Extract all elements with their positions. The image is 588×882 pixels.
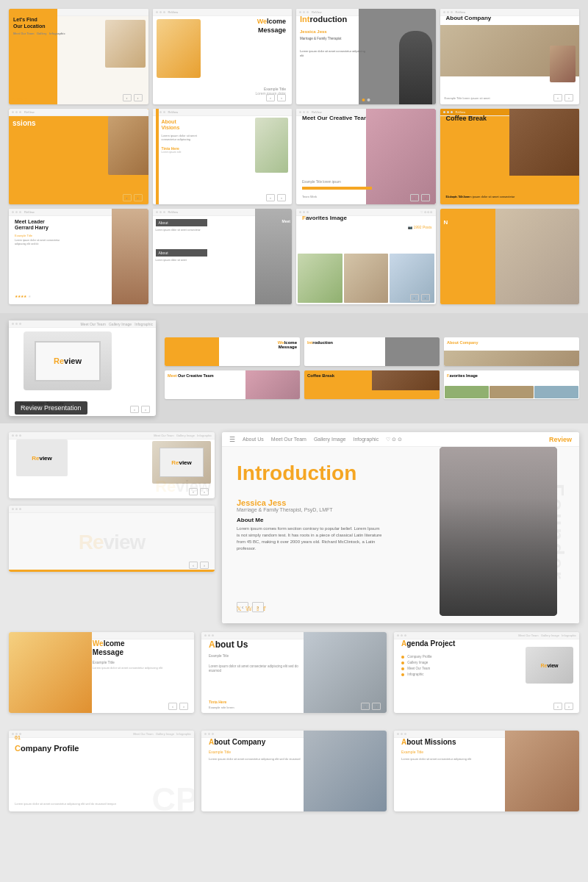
twitter-icon[interactable]: 𝕏 — [237, 606, 241, 612]
prev-arrow[interactable]: ‹ — [189, 488, 198, 495]
mini-slide-1[interactable]: WelcomeMessage — [165, 337, 300, 366]
nav-arrows[interactable]: ‹ › — [189, 562, 209, 569]
slide-intro-top[interactable]: ReView Introduction Jessica Jess Marriag… — [296, 9, 436, 104]
facebook-icon[interactable]: 𝕗 — [263, 606, 266, 612]
mini-slide-5[interactable]: Coffee Break — [304, 370, 440, 399]
slide-about-company-bottom[interactable]: Meet Our Team Gallery Image Infographic … — [201, 731, 387, 811]
nav-arrows[interactable]: ‹ › — [553, 94, 573, 101]
nav-arrows[interactable]: ‹ › — [410, 194, 430, 201]
nav-meet-team[interactable]: Meet Our Team — [271, 437, 306, 442]
small-review-slide-1[interactable]: Meet Our Team Gallery Image Infographic … — [9, 432, 215, 498]
meet-team-subtitle: Example Title lorem ipsum — [302, 180, 341, 184]
about-company-title: About Company — [446, 15, 492, 21]
prev-arrow[interactable]: ‹ — [123, 94, 132, 101]
next-arrow[interactable]: › — [564, 703, 573, 710]
slide-about-visions2[interactable]: ReView About Lorem ipsum dolor sit amet … — [153, 209, 293, 304]
next-arrow[interactable]: › — [200, 562, 209, 569]
slide-about-visions[interactable]: ReView AboutVisions Lorem ipsum dolor si… — [153, 109, 293, 204]
prev-arrow[interactable]: ‹ — [410, 294, 419, 301]
slide-topbar: Meet Our Team Gallery Image Infographic — [9, 731, 194, 738]
instagram-icon[interactable]: 𝕀 — [257, 606, 259, 612]
mini-slide-3[interactable]: About Company — [444, 337, 579, 366]
about-company-subtitle: Example Title — [209, 750, 231, 754]
nav-arrows[interactable]: ‹ › — [123, 94, 143, 101]
coffee-break-title: Coffee Break — [446, 115, 487, 122]
slide-agenda[interactable]: Meet Our Team Gallery Image Infographic … — [394, 632, 579, 713]
about-company-bottom-title: About Company — [209, 738, 265, 746]
next-arrow[interactable]: › — [200, 488, 209, 495]
next-arrow[interactable]: › — [179, 703, 188, 710]
prev-arrow[interactable]: ‹ — [123, 194, 132, 201]
slide-welcome-top[interactable]: ReView WelcomeMessage Example TitleLorem… — [153, 9, 293, 104]
slide-welcome-medium[interactable]: ReView WelcomeMessage Example Title Lore… — [9, 632, 194, 713]
review-slide-preview[interactable]: Meet Our Team Gallery Image Infographic … — [9, 320, 156, 416]
next-arrow[interactable]: › — [141, 406, 150, 413]
banner-label: Review Presentation — [15, 400, 87, 413]
meet-team-sub: Team Work — [302, 195, 317, 198]
company-profile-text: Lorem ipsum dolor sit amet consectetur a… — [15, 802, 163, 806]
next-arrow[interactable]: › — [277, 194, 286, 201]
slide-favorites[interactable]: ♡ ⊙ ⊙ ⊙ Favorites Image 📷 1992 Posts ‹ › — [296, 209, 436, 304]
nav-arrows[interactable]: ‹ › — [361, 703, 381, 710]
prev-arrow[interactable]: ‹ — [189, 562, 198, 569]
nav-arrows[interactable]: ‹ › — [266, 194, 286, 201]
slide-company-profile[interactable]: Meet Our Team Gallery Image Infographic … — [9, 731, 194, 811]
about-us-person: Tinta Here — [209, 700, 226, 704]
slide-gallery-last[interactable]: ReView N — [440, 209, 580, 304]
nav-icon-home: ⌂ ☎ ✉ — [12, 97, 27, 102]
nav-arrows[interactable]: ‹ › — [130, 406, 150, 413]
small-review-slide-2[interactable]: Review ‹ › — [9, 506, 215, 572]
nav-arrows[interactable]: ‹ › — [410, 294, 430, 301]
next-arrow[interactable]: › — [134, 94, 143, 101]
prev-arrow[interactable]: ‹ — [168, 703, 177, 710]
prev-arrow[interactable]: ‹ — [553, 94, 562, 101]
large-intro-slide[interactable]: ☰ About Us Meet Our Team Gallery Image I… — [222, 432, 579, 623]
next-arrow[interactable]: › — [421, 294, 430, 301]
about-me-label: About Me — [237, 517, 384, 523]
company-img2 — [550, 46, 576, 82]
nav-arrows[interactable]: ‹ › — [168, 703, 188, 710]
slide-leader[interactable]: ReView Meet LeaderGerrard Harry Example … — [9, 209, 148, 304]
slide-about-missions[interactable]: Meet Our Team Gallery Image Infographic … — [394, 731, 579, 811]
slide-meet-creative-team[interactable]: ReView Meet Our Creative Team Example Ti… — [296, 109, 436, 204]
fav-count: 📷 1992 Posts — [408, 225, 431, 229]
nav-infographic[interactable]: Infographic — [354, 437, 379, 442]
missions-label: ssions — [12, 119, 36, 127]
monitor-small: Review — [16, 440, 68, 476]
next-arrow[interactable]: › — [134, 194, 143, 201]
nav-arrows[interactable]: ‹ › — [553, 703, 573, 710]
mini-slide-2[interactable]: Introduction — [304, 337, 440, 366]
slide-location[interactable]: ReView Let's FindOur Location Meet Our T… — [9, 9, 148, 104]
nav-hamburger[interactable]: ☰ — [229, 436, 235, 443]
orange-bar — [165, 337, 219, 366]
mini-slide-4[interactable]: Meet Our Creative Team — [165, 370, 300, 399]
person-name: Jessica Jess — [237, 498, 384, 507]
slide-about-us[interactable]: ♡ ⊙ ⊙ ⊙ Review About Us Example TitleLor… — [201, 632, 387, 713]
next-arrow[interactable]: › — [421, 194, 430, 201]
slide-coffee-break[interactable]: ReView Coffee Break Example Title lorem … — [440, 109, 580, 204]
whatsapp-icon[interactable]: 𝕎 — [245, 606, 252, 612]
about-us-img — [304, 632, 387, 713]
nav-arrows[interactable]: ‹ › — [266, 94, 286, 101]
prev-arrow[interactable]: ‹ — [266, 194, 275, 201]
prev-arrow[interactable]: ‹ — [410, 194, 419, 201]
person-role: Marriage & Family Therapist, PsyD, LMFT — [237, 507, 384, 512]
next-arrow[interactable]: › — [564, 94, 573, 101]
nav-gallery[interactable]: Gallery Image — [314, 437, 346, 442]
next-arrow[interactable]: › — [277, 94, 286, 101]
nav-about-us[interactable]: About Us — [243, 437, 264, 442]
nav-arrows[interactable]: ‹ › — [123, 194, 143, 201]
next-arrow[interactable]: › — [372, 703, 381, 710]
bullet-icon — [401, 662, 404, 664]
prev-arrow[interactable]: ‹ — [130, 406, 139, 413]
info-box: Jessica Jess Marriage & Family Therapist… — [237, 498, 384, 552]
prev-arrow[interactable]: ‹ — [266, 94, 275, 101]
slide-missions-mini[interactable]: ReView ssions ‹ › — [9, 109, 148, 204]
slide-about-company-top[interactable]: ReView About Company Example Title lorem… — [440, 9, 580, 104]
prev-arrow[interactable]: ‹ — [553, 703, 562, 710]
about-us-title: About Us — [209, 639, 248, 650]
mini-slide-6[interactable]: Favorites Image — [444, 370, 579, 399]
intro-big-title: Introduction — [237, 462, 356, 485]
prev-arrow[interactable]: ‹ — [361, 703, 370, 710]
nav-arrows[interactable]: ‹ › — [189, 488, 209, 495]
